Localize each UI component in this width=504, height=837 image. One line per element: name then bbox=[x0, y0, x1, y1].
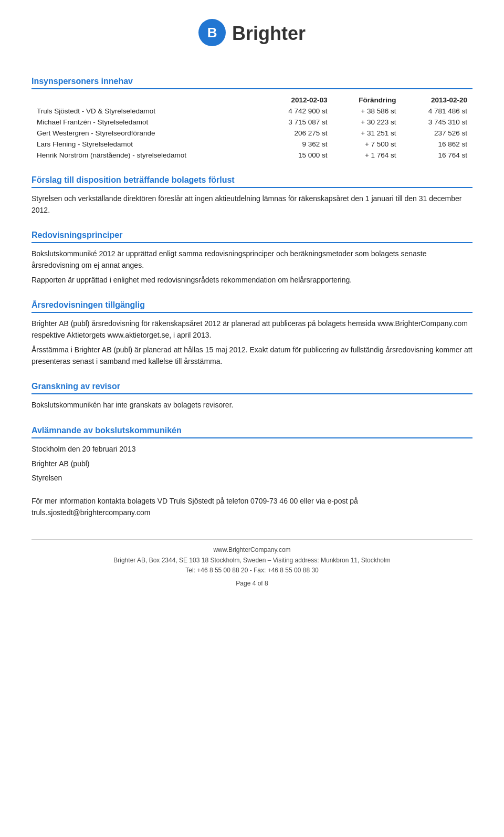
row-name: Henrik Norström (närstående) - styrelsel… bbox=[32, 150, 261, 161]
section-insynspersoner: Insynspersoners innehav 2012-02-03 Förän… bbox=[32, 77, 472, 161]
section-granskning: Granskning av revisor Bokslutskommunikén… bbox=[32, 382, 472, 411]
footer-tel: Tel: +46 8 55 00 88 20 - Fax: +46 8 55 0… bbox=[32, 566, 472, 576]
section-avlamnande: Avlämnande av bokslutskommunikén Stockho… bbox=[32, 426, 472, 518]
logo-icon: B bbox=[198, 19, 226, 46]
table-header-row: 2012-02-03 Förändring 2013-02-20 bbox=[32, 95, 472, 106]
row-val2: 16 862 st bbox=[402, 139, 472, 150]
footer-website: www.BrighterCompany.com bbox=[32, 545, 472, 555]
row-val1: 206 275 st bbox=[261, 128, 332, 139]
row-change: + 31 251 st bbox=[333, 128, 402, 139]
row-name: Truls Sjöstedt - VD & Styrelseledamot bbox=[32, 106, 261, 117]
section-redovisning: Redovisningsprinciper Bokslutskommuniké … bbox=[32, 231, 472, 286]
row-val1: 3 715 087 st bbox=[261, 117, 332, 128]
row-val2: 16 764 st bbox=[402, 150, 472, 161]
table-body: Truls Sjöstedt - VD & Styrelseledamot 4 … bbox=[32, 106, 472, 161]
footer-page: Page 4 of 8 bbox=[32, 579, 472, 589]
section4-text2: Årsstämma i Brighter AB (publ) är planer… bbox=[32, 344, 472, 367]
section5-text: Bokslutskommunikén har inte granskats av… bbox=[32, 400, 472, 411]
section6-line4: För mer information kontakta bolagets VD… bbox=[32, 496, 472, 518]
logo-name: Brighter bbox=[232, 23, 306, 45]
section2-text: Styrelsen och verkställande direktören f… bbox=[32, 193, 472, 216]
footer: www.BrighterCompany.com Brighter AB, Box… bbox=[32, 539, 472, 589]
section3-heading: Redovisningsprinciper bbox=[32, 231, 472, 243]
col-date1-header: 2012-02-03 bbox=[261, 95, 332, 106]
row-change: + 7 500 st bbox=[333, 139, 402, 150]
logo-letter: B bbox=[198, 19, 226, 46]
page: B Brighter Insynspersoners innehav 2012-… bbox=[0, 0, 504, 610]
col-date2-header: 2013-02-20 bbox=[402, 95, 472, 106]
row-val1: 4 742 900 st bbox=[261, 106, 332, 117]
section4-heading: Årsredovisningen tillgänglig bbox=[32, 300, 472, 313]
table-row: Truls Sjöstedt - VD & Styrelseledamot 4 … bbox=[32, 106, 472, 117]
insyns-table: 2012-02-03 Förändring 2013-02-20 Truls S… bbox=[32, 95, 472, 161]
section2-heading: Förslag till disposition beträffande bol… bbox=[32, 175, 472, 188]
header: B Brighter bbox=[32, 11, 472, 62]
table-row: Michael Frantzén - Styrelseledamot 3 715… bbox=[32, 117, 472, 128]
row-name: Gert Westergren - Styrelseordförande bbox=[32, 128, 261, 139]
section6-line1: Stockholm den 20 februari 2013 bbox=[32, 444, 472, 455]
section-disposition: Förslag till disposition beträffande bol… bbox=[32, 175, 472, 216]
section3-text2: Rapporten är upprättad i enlighet med re… bbox=[32, 275, 472, 286]
row-name: Michael Frantzén - Styrelseledamot bbox=[32, 117, 261, 128]
section3-text1: Bokslutskommuniké 2012 är upprättad enli… bbox=[32, 248, 472, 271]
row-name: Lars Flening - Styrelseledamot bbox=[32, 139, 261, 150]
row-val1: 9 362 st bbox=[261, 139, 332, 150]
row-change: + 30 223 st bbox=[333, 117, 402, 128]
table-row: Gert Westergren - Styrelseordförande 206… bbox=[32, 128, 472, 139]
row-change: + 38 586 st bbox=[333, 106, 402, 117]
row-val1: 15 000 st bbox=[261, 150, 332, 161]
section6-line3: Styrelsen bbox=[32, 473, 472, 484]
table-row: Henrik Norström (närstående) - styrelsel… bbox=[32, 150, 472, 161]
footer-address: Brighter AB, Box 2344, SE 103 18 Stockho… bbox=[32, 556, 472, 566]
row-val2: 4 781 486 st bbox=[402, 106, 472, 117]
section1-heading: Insynspersoners innehav bbox=[32, 77, 472, 89]
col-name-header bbox=[32, 95, 261, 106]
section-arsredovisning: Årsredovisningen tillgänglig Brighter AB… bbox=[32, 300, 472, 367]
table-row: Lars Flening - Styrelseledamot 9 362 st … bbox=[32, 139, 472, 150]
row-val2: 237 526 st bbox=[402, 128, 472, 139]
row-val2: 3 745 310 st bbox=[402, 117, 472, 128]
section6-heading: Avlämnande av bokslutskommunikén bbox=[32, 426, 472, 438]
section6-line2: Brighter AB (publ) bbox=[32, 458, 472, 470]
section4-text1: Brighter AB (publ) årsredovisning för rä… bbox=[32, 318, 472, 341]
section5-heading: Granskning av revisor bbox=[32, 382, 472, 394]
row-change: + 1 764 st bbox=[333, 150, 402, 161]
col-change-header: Förändring bbox=[333, 95, 402, 106]
